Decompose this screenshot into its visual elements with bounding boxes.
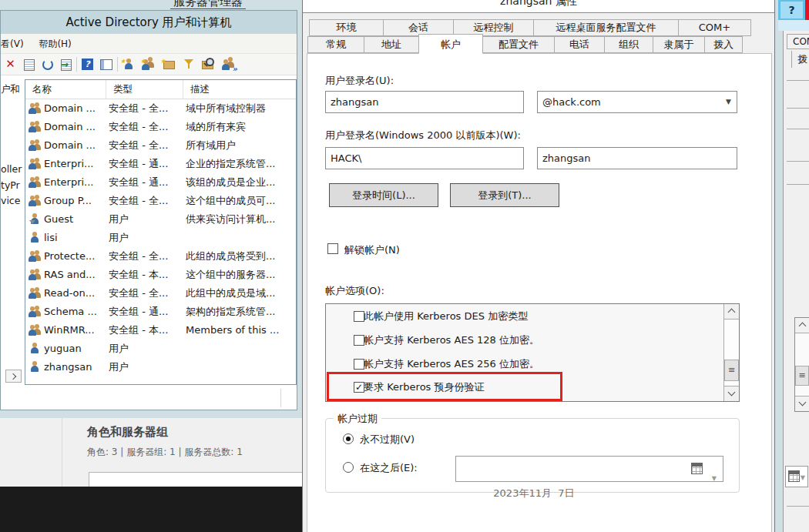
option-kerberos-des[interactable]: 为此帐户使用 Kerberos DES 加密类型 xyxy=(335,310,528,327)
pre2000-name-input[interactable]: zhangsan xyxy=(537,147,737,169)
tab-com-plus[interactable]: COM+ xyxy=(678,19,751,36)
pre2000-domain-input[interactable]: HACK\ xyxy=(325,147,524,169)
table-row[interactable]: zhangsan用户 xyxy=(25,358,296,376)
table-row[interactable]: Enterpri...安全组 - 通...企业的指定系统管... xyxy=(25,155,296,173)
background-dialog-fragment: COM 拨 ≡ ▼ xyxy=(783,31,809,532)
table-row[interactable]: Schema ...安全组 - 通...架构的指定系统管... xyxy=(25,303,296,321)
logon-name-label: 用户登录名(U): xyxy=(325,74,394,88)
help-button[interactable]: ? xyxy=(780,2,803,18)
tab-member-of[interactable]: 隶属于 xyxy=(653,36,705,53)
delete-icon[interactable]: ✕ xyxy=(3,57,18,72)
group-icon xyxy=(29,158,42,170)
table-row[interactable]: Guest用户供来宾访问计算机... xyxy=(25,210,296,229)
divider xyxy=(62,418,62,487)
tab-environment[interactable]: 环境 xyxy=(309,19,384,36)
group-icon xyxy=(29,121,42,133)
listbox-scrollbar[interactable]: ≡ xyxy=(723,304,739,401)
roles-tile-fragment xyxy=(89,472,304,487)
account-expires-group: 帐户过期 永不过期(V) 在这之后(E): 2023年11月 7日 ▼ xyxy=(325,418,740,493)
checkbox[interactable] xyxy=(354,335,364,346)
logon-name-input[interactable]: zhangsan xyxy=(325,91,524,113)
logon-hours-button[interactable]: 登录时间(L)... xyxy=(329,183,438,207)
calendar-icon[interactable] xyxy=(691,463,703,474)
table-row[interactable]: lisi用户 xyxy=(25,229,296,247)
table-row[interactable]: Domain ...安全组 - 全...域的所有来宾 xyxy=(25,118,296,136)
tab-general[interactable]: 常规 xyxy=(307,36,364,53)
tab-account[interactable]: 帐户 xyxy=(418,34,483,54)
new-ou-icon[interactable]: ★ xyxy=(162,57,176,72)
tab-com-fragment[interactable]: COM xyxy=(787,34,809,49)
table-row[interactable]: Enterpri...安全组 - 通...该组的成员是企业... xyxy=(25,173,296,192)
calendar-icon xyxy=(788,470,800,482)
table-row[interactable]: Domain ...安全组 - 全...所有域用户 xyxy=(25,136,296,155)
tab-address[interactable]: 地址 xyxy=(364,36,419,53)
checkbox[interactable] xyxy=(354,311,364,322)
column-header-name[interactable]: 名称 xyxy=(25,80,106,99)
table-row[interactable]: Protecte...安全组 - 全...此组的成员将受到... xyxy=(25,247,296,266)
scroll-down-button[interactable] xyxy=(724,386,739,401)
tab-profile[interactable]: 配置文件 xyxy=(482,36,555,53)
tree-hscroll-right-button[interactable] xyxy=(5,370,22,383)
unlock-account-checkbox[interactable] xyxy=(327,243,338,254)
logon-to-button[interactable]: 登录到(T)... xyxy=(450,183,559,207)
filter-icon[interactable] xyxy=(182,57,196,72)
tree-fragment[interactable]: vice xyxy=(1,195,20,206)
background-listbox-fragment: ≡ xyxy=(794,317,809,412)
desktop-dark-area xyxy=(0,487,302,532)
roles-heading: 角色和服务器组 xyxy=(87,425,168,440)
never-expires-radio[interactable] xyxy=(343,433,354,444)
field-edge-fragment xyxy=(787,129,809,129)
column-header-type[interactable]: 类型 xyxy=(106,80,183,99)
table-row[interactable]: yuguan用户 xyxy=(25,340,296,358)
never-expires-label: 永不过期(V) xyxy=(360,433,415,447)
tree-fragment[interactable]: oller xyxy=(1,163,22,175)
new-group-icon[interactable]: ★ xyxy=(142,57,156,72)
checkbox[interactable] xyxy=(354,359,364,370)
group-icon xyxy=(29,306,42,318)
table-row[interactable]: RAS and...安全组 - 本...这个组中的服务器... xyxy=(25,266,296,284)
tab-rds-profile[interactable]: 远程桌面服务配置文件 xyxy=(533,19,679,36)
menu-view-partial[interactable]: 看(V) xyxy=(0,34,30,54)
tree-fragment[interactable]: 户和 xyxy=(1,83,20,96)
group-icon xyxy=(29,250,42,263)
table-row[interactable]: Domain ...安全组 - 全...域中所有域控制器 xyxy=(25,99,296,118)
end-of-radio[interactable] xyxy=(343,462,354,473)
end-of-label: 在这之后(E): xyxy=(360,461,418,475)
table-row[interactable]: WinRMR...安全组 - 本...Members of this ... xyxy=(25,321,296,340)
scrollbar-thumb[interactable]: ≡ xyxy=(724,360,739,381)
user-icon xyxy=(29,361,42,373)
chevron-down-icon: ▼ xyxy=(726,92,731,112)
menu-help[interactable]: 帮助(H) xyxy=(32,34,77,54)
tab-organization[interactable]: 组织 xyxy=(604,36,653,53)
scroll-down-button[interactable] xyxy=(795,396,809,411)
tab-dialin-fragment[interactable]: 拨 xyxy=(791,51,809,68)
scrollbar-thumb[interactable]: ≡ xyxy=(795,366,809,386)
object-list: 名称 类型 描述 Domain ...安全组 - 全...域中所有域控制器 Do… xyxy=(25,79,297,385)
delegate-icon[interactable]: » xyxy=(222,57,237,72)
column-header-desc[interactable]: 描述 xyxy=(183,80,296,99)
tab-dial-in[interactable]: 拨入 xyxy=(704,36,743,53)
help-icon[interactable]: ? xyxy=(80,57,95,72)
dialog-border xyxy=(303,12,774,13)
server-manager-title-fragment: 服务器管理器 xyxy=(116,0,300,9)
properties-list-icon[interactable] xyxy=(22,57,36,72)
refresh-icon[interactable] xyxy=(40,57,55,72)
expire-date-input[interactable]: 2023年11月 7日 ▼ xyxy=(455,456,723,482)
find-icon[interactable] xyxy=(200,57,215,72)
scroll-up-button[interactable] xyxy=(795,318,809,333)
field-edge-fragment xyxy=(787,184,809,185)
tab-telephones[interactable]: 电话 xyxy=(554,36,605,53)
close-button[interactable] xyxy=(805,0,809,20)
option-aes128[interactable]: 该帐户支持 Kerberos AES 128 位加密。 xyxy=(335,334,539,351)
table-row[interactable]: Group P...安全组 - 全...这个组中的成员可... xyxy=(25,192,296,210)
domain-suffix-dropdown[interactable]: @hack.com ▼ xyxy=(537,91,737,113)
new-user-icon[interactable]: ★ xyxy=(122,57,136,72)
table-row[interactable]: Read-on...安全组 - 全...此组中的成员是域... xyxy=(25,284,296,303)
scroll-up-button[interactable] xyxy=(724,304,739,320)
background-dialog-titlebar: ? xyxy=(778,0,809,20)
user-properties-dialog: zhangsan 属性 环境 会话 远程控制 远程桌面服务配置文件 COM+ 常… xyxy=(302,0,775,532)
export-list-icon[interactable]: → xyxy=(59,57,73,72)
console-tree-icon[interactable] xyxy=(99,57,113,72)
tree-fragment[interactable]: tyPr xyxy=(1,179,20,191)
aduc-window: Active Directory 用户和计算机 看(V) 帮助(H) ✕ → ?… xyxy=(0,10,297,410)
